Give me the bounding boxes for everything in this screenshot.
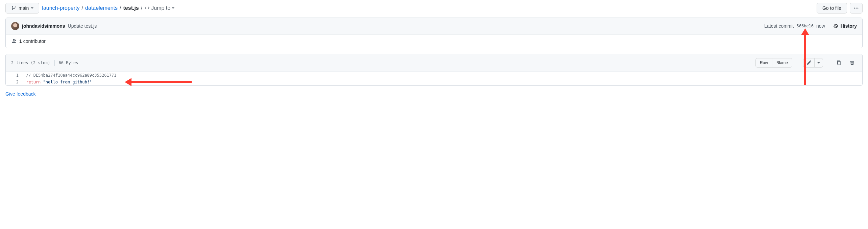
breadcrumb-row: main launch-property / dataelements / te…	[5, 0, 863, 18]
svg-point-0	[854, 8, 855, 9]
kebab-icon	[853, 5, 859, 11]
caret-down-icon	[31, 7, 33, 9]
svg-point-1	[856, 8, 857, 9]
code-line[interactable]: 1 // DE54ba274f10aa44cc962a89c355261771	[6, 72, 862, 79]
blame-button[interactable]: Blame	[772, 58, 792, 68]
give-feedback-link[interactable]: Give feedback	[5, 91, 36, 97]
line-number: 2	[6, 79, 23, 85]
latest-commit-label: Latest commit	[764, 23, 794, 29]
trash-icon	[849, 60, 855, 66]
commit-header: johndavidsimmons Update test.js Latest c…	[6, 18, 862, 34]
history-link[interactable]: History	[833, 23, 857, 29]
contributor-label: contributor	[23, 39, 46, 44]
contributor-count: 1	[19, 39, 22, 44]
commit-box: johndavidsimmons Update test.js Latest c…	[5, 18, 863, 48]
caret-down-icon	[817, 62, 820, 63]
history-icon	[833, 23, 839, 29]
edit-button[interactable]	[803, 58, 815, 68]
contributors-row: 1 contributor	[6, 34, 862, 48]
feedback-row: Give feedback	[5, 91, 863, 97]
caret-down-icon	[172, 7, 174, 9]
file-size-info: 66 Bytes	[59, 60, 78, 65]
go-to-file-button[interactable]: Go to file	[817, 3, 847, 14]
breadcrumb-current-file: test.js	[123, 5, 139, 11]
kebab-menu-button[interactable]	[850, 3, 863, 14]
history-label: History	[841, 23, 857, 29]
file-header: 2 lines (2 sloc) 66 Bytes Raw Blame	[6, 54, 862, 72]
code-area: 1 // DE54ba274f10aa44cc962a89c355261771 …	[6, 72, 862, 85]
avatar[interactable]	[11, 22, 19, 30]
author-link[interactable]: johndavidsimmons	[22, 23, 65, 29]
breadcrumb-separator: /	[120, 5, 121, 11]
people-icon	[11, 39, 17, 44]
breadcrumb-separator: /	[82, 5, 83, 11]
file-lines-info: 2 lines (2 sloc)	[11, 60, 50, 65]
pencil-icon	[806, 60, 812, 66]
line-number: 1	[6, 72, 23, 79]
branch-name: main	[19, 5, 29, 11]
branch-selector-button[interactable]: main	[5, 3, 39, 14]
separator	[54, 60, 55, 66]
file-box: 2 lines (2 sloc) 66 Bytes Raw Blame 1 //	[5, 54, 863, 86]
raw-blame-group: Raw Blame	[755, 58, 792, 68]
edit-dropdown-button[interactable]	[815, 58, 823, 68]
svg-point-2	[858, 8, 859, 9]
copy-button[interactable]	[834, 58, 843, 68]
code-token-keyword: return	[26, 80, 41, 84]
raw-button[interactable]: Raw	[755, 58, 772, 68]
commit-time: now	[816, 23, 825, 29]
edit-group	[803, 58, 823, 68]
code-icon	[144, 5, 150, 11]
breadcrumb-folder[interactable]: dataelements	[85, 5, 118, 11]
jump-to-button[interactable]: Jump to	[144, 5, 174, 11]
jump-to-label: Jump to	[151, 5, 170, 11]
delete-button[interactable]	[847, 58, 857, 68]
go-to-file-label: Go to file	[822, 5, 841, 11]
code-token-comment: // DE54ba274f10aa44cc962a89c355261771	[26, 73, 116, 78]
breadcrumb-repo[interactable]: launch-property	[42, 5, 79, 11]
copy-icon	[836, 60, 841, 66]
breadcrumb-separator: /	[141, 5, 142, 11]
code-line[interactable]: 2 return "hello from github!"	[6, 79, 862, 85]
raw-label: Raw	[760, 60, 768, 65]
commit-hash-link[interactable]: 566be16	[797, 24, 814, 28]
blame-label: Blame	[776, 60, 788, 65]
git-branch-icon	[11, 5, 17, 11]
code-token-string: "hello from github!"	[43, 80, 92, 84]
breadcrumb: launch-property / dataelements / test.js…	[42, 5, 174, 11]
commit-message-link[interactable]: Update test.js	[68, 23, 97, 29]
